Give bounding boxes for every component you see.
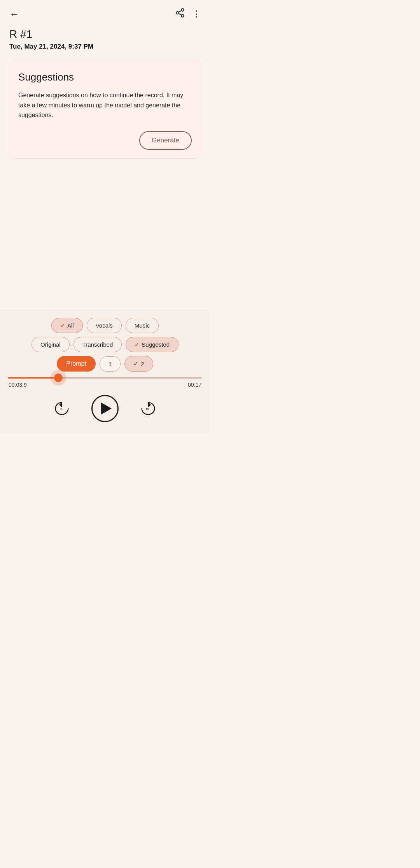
svg-text:5: 5 (60, 407, 63, 411)
filter-row-1: ✓ All Vocals Music (8, 318, 202, 333)
svg-line-4 (178, 11, 181, 12)
current-time: 00:03.9 (9, 382, 27, 388)
filter-all-label: All (67, 322, 74, 329)
filter-row-3: Prompt 1 ✓ 2 (8, 356, 202, 372)
suggestions-description: Generate suggestions on how to continue … (18, 90, 192, 120)
controls-row: 5 10 (8, 395, 202, 422)
filter-music-label: Music (135, 322, 150, 329)
check-icon-2: ✓ (135, 342, 139, 348)
filter-suggested-label: Suggested (142, 341, 170, 348)
top-bar: ← ⋮ (0, 0, 210, 24)
check-icon: ✓ (60, 323, 65, 329)
filter-music[interactable]: Music (126, 318, 159, 333)
number-chip-2[interactable]: ✓ 2 (124, 356, 153, 372)
filter-all[interactable]: ✓ All (51, 318, 83, 333)
play-icon (101, 402, 112, 415)
progress-area[interactable] (8, 377, 202, 379)
filter-transcribed-label: Transcribed (82, 341, 113, 348)
share-button[interactable] (175, 8, 185, 20)
filter-vocals[interactable]: Vocals (87, 318, 122, 333)
total-time: 00:17 (188, 382, 201, 388)
filter-transcribed[interactable]: Transcribed (74, 337, 122, 352)
prompt-label: Prompt (66, 360, 86, 367)
time-row: 00:03.9 00:17 (8, 382, 202, 388)
more-options-button[interactable]: ⋮ (192, 9, 201, 19)
progress-thumb[interactable] (54, 374, 63, 382)
filter-vocals-label: Vocals (96, 322, 113, 329)
player-section: ✓ All Vocals Music Original Transcribed … (0, 309, 210, 434)
back-button[interactable]: ← (9, 8, 19, 20)
skip-back-button[interactable]: 5 (52, 398, 72, 419)
check-icon-3: ✓ (133, 360, 138, 367)
record-date: Tue, May 21, 2024, 9:37 PM (9, 43, 201, 51)
filter-row-2: Original Transcribed ✓ Suggested (8, 337, 202, 352)
suggestions-card: Suggestions Generate suggestions on how … (8, 60, 202, 159)
filter-original[interactable]: Original (32, 337, 70, 352)
filter-suggested[interactable]: ✓ Suggested (126, 337, 178, 352)
suggestions-title: Suggestions (18, 71, 192, 83)
svg-line-3 (178, 14, 181, 15)
skip-forward-button[interactable]: 10 (138, 398, 158, 419)
progress-track[interactable] (8, 377, 202, 379)
filter-original-label: Original (40, 341, 61, 348)
generate-button[interactable]: Generate (139, 131, 192, 150)
number-2-label: 2 (141, 361, 144, 367)
svg-text:10: 10 (145, 407, 149, 411)
play-button[interactable] (91, 395, 119, 422)
header-info: R #1 Tue, May 21, 2024, 9:37 PM (0, 24, 210, 56)
prompt-chip[interactable]: Prompt (57, 356, 96, 372)
number-chip-1[interactable]: 1 (100, 356, 121, 372)
record-title: R #1 (9, 28, 201, 40)
number-1-label: 1 (108, 361, 112, 367)
